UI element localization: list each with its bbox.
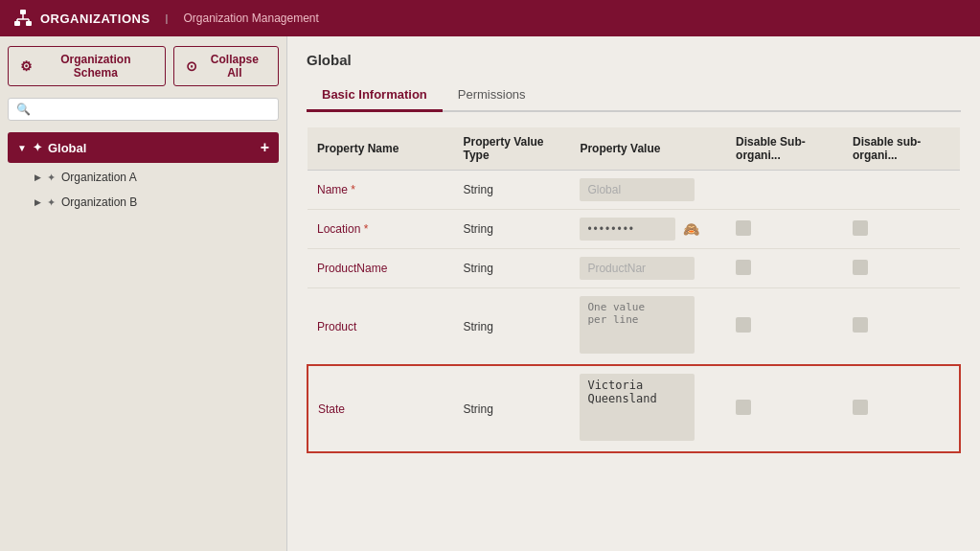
location-value-cell: 🙈 (580, 218, 717, 241)
prop-value-name[interactable] (570, 171, 726, 210)
chevron-down-icon: ▼ (17, 143, 27, 153)
gear-icon: ⚙ (20, 58, 33, 74)
prop-disable1-state (726, 365, 843, 452)
tab-bar: Basic Information Permissions (307, 80, 961, 112)
disable2-checkbox-productname[interactable] (853, 260, 868, 275)
search-box[interactable]: 🔍 (8, 98, 279, 121)
org-schema-button[interactable]: ⚙ Organization Schema (8, 46, 166, 86)
tree-child-org-a[interactable]: ▶ ✦ Organization A (27, 165, 279, 190)
nav-separator: | (166, 12, 169, 24)
collapse-icon: ⊙ (186, 58, 197, 74)
prop-value-location[interactable]: 🙈 (570, 210, 726, 249)
disable2-checkbox-product[interactable] (853, 317, 868, 333)
prop-value-product[interactable] (570, 288, 726, 366)
org-schema-label: Organization Schema (38, 53, 153, 80)
svg-rect-2 (26, 21, 32, 26)
prop-value-state[interactable]: Victoria Queensland (570, 365, 726, 452)
add-node-button[interactable]: + (261, 139, 269, 156)
svg-rect-0 (20, 10, 26, 14)
search-icon: 🔍 (16, 103, 31, 116)
svg-rect-1 (14, 21, 20, 26)
disable2-checkbox-state[interactable] (853, 400, 868, 415)
disable1-checkbox-state[interactable] (736, 400, 751, 415)
prop-disable1-productname (726, 249, 843, 288)
col-header-value: Property Value (570, 127, 726, 171)
prop-name-name: Name * (308, 171, 453, 210)
tab-basic-information[interactable]: Basic Information (307, 80, 443, 112)
col-header-disable1: Disable Sub-organi... (726, 127, 843, 171)
table-row-productname: ProductName String (308, 249, 960, 288)
disable1-checkbox-location[interactable] (736, 220, 751, 236)
name-value-input[interactable] (580, 178, 695, 201)
prop-type-product: String (453, 288, 570, 366)
eye-slash-icon[interactable]: 🙈 (683, 221, 699, 237)
prop-disable1-product (726, 288, 843, 366)
prop-name-location: Location * (308, 210, 453, 249)
page-title: Global (307, 52, 961, 68)
sidebar-action-buttons: ⚙ Organization Schema ⊙ Collapse All (8, 46, 279, 86)
prop-name-productname: ProductName (308, 249, 453, 288)
disable1-checkbox-product[interactable] (736, 317, 751, 333)
prop-disable2-product (843, 288, 960, 366)
top-navbar: ORGANIZATIONS | Organization Management (0, 0, 980, 36)
disable2-checkbox-location[interactable] (853, 220, 868, 236)
org-child-icon: ✦ (47, 172, 56, 184)
tree-root-left: ▼ ✦ Global (17, 141, 86, 155)
prop-disable2-location (843, 210, 960, 249)
chevron-right-icon: ▶ (34, 172, 41, 182)
prop-disable1-location (726, 210, 843, 249)
collapse-all-label: Collapse All (203, 53, 266, 80)
tree-child-label-a: Organization A (61, 171, 137, 184)
brand-label: ORGANIZATIONS (40, 11, 150, 26)
productname-value-input[interactable] (580, 257, 695, 280)
table-row-name: Name * String (308, 171, 960, 210)
org-icon (13, 9, 33, 28)
col-header-name: Property Name (308, 127, 453, 171)
tab-permissions[interactable]: Permissions (443, 80, 541, 112)
prop-type-name: String (453, 171, 570, 210)
tree-root-global[interactable]: ▼ ✦ Global + (8, 132, 279, 163)
prop-type-productname: String (453, 249, 570, 288)
prop-type-location: String (453, 210, 570, 249)
table-header-row: Property Name Property Value Type Proper… (308, 127, 960, 171)
table-row-location: Location * String 🙈 (308, 210, 960, 249)
location-value-input[interactable] (580, 218, 675, 241)
disable1-checkbox-productname[interactable] (736, 260, 751, 275)
tree-root-label: Global (48, 141, 86, 155)
main-layout: ⚙ Organization Schema ⊙ Collapse All 🔍 ▼… (0, 36, 980, 551)
tree-children: ▶ ✦ Organization A ▶ ✦ Organization B (27, 165, 279, 215)
table-row-state: State String Victoria Queensland (308, 365, 960, 452)
col-header-type: Property Value Type (453, 127, 570, 171)
prop-disable2-productname (843, 249, 960, 288)
org-node-icon: ✦ (33, 141, 42, 154)
tree-container: ▼ ✦ Global + ▶ ✦ Organization A ▶ ✦ Orga… (8, 132, 279, 215)
prop-value-productname[interactable] (570, 249, 726, 288)
product-value-textarea[interactable] (580, 296, 695, 354)
col-header-disable2: Disable sub-organi... (843, 127, 960, 171)
prop-disable2-name (843, 171, 960, 210)
search-input[interactable] (36, 103, 270, 116)
prop-name-product: Product (308, 288, 453, 366)
collapse-all-button[interactable]: ⊙ Collapse All (173, 46, 279, 86)
chevron-right-icon-b: ▶ (34, 197, 41, 207)
tree-child-org-b[interactable]: ▶ ✦ Organization B (27, 190, 279, 215)
tree-child-label-b: Organization B (61, 195, 137, 209)
brand-logo: ORGANIZATIONS (13, 9, 150, 28)
prop-type-state: String (453, 365, 570, 452)
breadcrumb: Organization Management (183, 11, 318, 25)
property-table: Property Name Property Value Type Proper… (307, 127, 961, 453)
org-child-icon-b: ✦ (47, 196, 56, 209)
state-value-textarea[interactable]: Victoria Queensland (580, 374, 695, 441)
content-area: Global Basic Information Permissions Pro… (287, 36, 980, 551)
sidebar: ⚙ Organization Schema ⊙ Collapse All 🔍 ▼… (0, 36, 287, 551)
prop-disable1-name (726, 171, 843, 210)
prop-disable2-state (843, 365, 960, 452)
prop-name-state: State (308, 365, 453, 452)
table-row-product: Product String (308, 288, 960, 366)
